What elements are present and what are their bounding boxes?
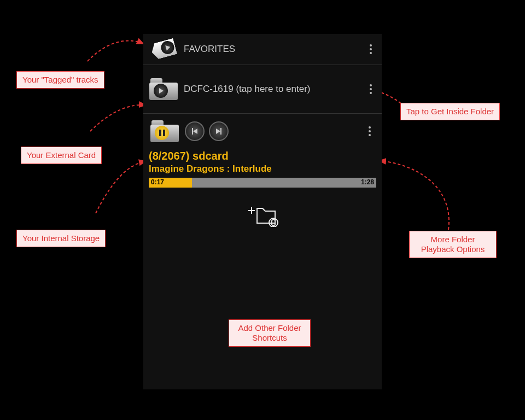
callout-playback-options: More Folder Playback Options — [409, 231, 497, 258]
sdcard-row[interactable]: (8/2067) sdcard Imagine Dragons : Interl… — [143, 114, 382, 227]
folder-play-icon — [148, 77, 179, 101]
favorites-row[interactable]: FAVORITES — [143, 34, 382, 65]
callout-tagged-tracks: Your "Tagged" tracks — [16, 71, 104, 89]
favorites-label: FAVORITES — [179, 44, 364, 55]
tagged-tracks-icon — [145, 33, 182, 65]
prev-track-button[interactable] — [185, 121, 205, 141]
favorites-menu-button[interactable] — [364, 44, 377, 54]
track-count-label: (8/2067) sdcard — [149, 150, 376, 162]
folder-row[interactable]: DCFC-1619 (tap here to enter) — [143, 65, 382, 114]
folder-menu-button[interactable] — [364, 84, 377, 94]
folder-pause-icon — [149, 119, 180, 143]
now-playing-track: Imagine Dragons : Interlude — [149, 164, 376, 174]
add-folder-shortcut-button[interactable] — [246, 202, 279, 227]
elapsed-time: 0:17 — [151, 178, 164, 186]
callout-tap-inside-folder: Tap to Get Inside Folder — [400, 103, 500, 120]
callout-add-shortcuts: Add Other Folder Shortcuts — [229, 319, 311, 347]
sdcard-menu-button[interactable] — [363, 126, 376, 136]
callout-internal-storage: Your Internal Storage — [16, 230, 106, 247]
callout-external-card: Your External Card — [21, 147, 102, 164]
total-time: 1:28 — [361, 178, 374, 186]
folder-label: DCFC-1619 (tap here to enter) — [179, 84, 364, 95]
next-track-button[interactable] — [209, 121, 229, 141]
progress-bar[interactable]: 0:17 1:28 — [149, 178, 376, 188]
